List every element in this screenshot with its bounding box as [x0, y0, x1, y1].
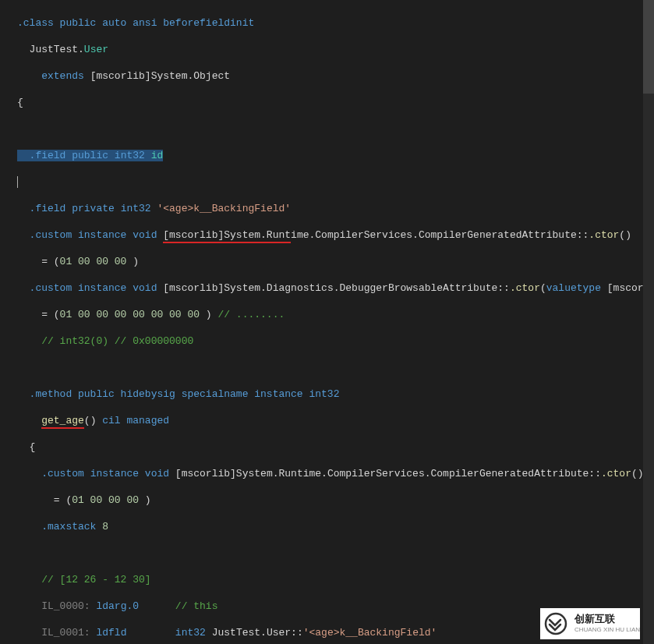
logo-text: 创新互联 CHUANG XIN HU LIAN — [571, 613, 640, 634]
code-line: // int32(0) // 0x00000000 — [17, 334, 654, 348]
code-line: .custom instance void [mscorlib]System.R… — [17, 228, 654, 242]
code-line: .class public auto ansi beforefieldinit — [17, 16, 654, 30]
code-line-selection: .field public int32 id — [17, 149, 654, 162]
code-line: { — [17, 441, 654, 454]
text-cursor — [17, 176, 18, 188]
code-editor[interactable]: .class public auto ansi beforefieldinit … — [0, 0, 654, 644]
code-line: = (01 00 00 00 00 00 00 00 ) // ........ — [17, 308, 654, 321]
code-line: JustTest.User — [17, 43, 654, 56]
code-line: .custom instance void [mscorlib]System.D… — [17, 281, 654, 295]
scrollbar-thumb[interactable] — [643, 0, 654, 94]
code-line: .maxstack 8 — [17, 520, 654, 533]
vertical-scrollbar[interactable] — [643, 0, 654, 644]
code-line: = (01 00 00 00 ) — [17, 255, 654, 268]
code-line: .custom instance void [mscorlib]System.R… — [17, 467, 654, 480]
code-line: extends [mscorlib]System.Object — [17, 69, 654, 83]
watermark-logo: 创新互联 CHUANG XIN HU LIAN — [540, 608, 640, 639]
code-line: .field private int32 '<age>k__BackingFie… — [17, 202, 654, 215]
code-line: = (01 00 00 00 ) — [17, 494, 654, 507]
code-line: get_age() cil managed — [17, 414, 654, 427]
code-line: { — [17, 96, 654, 109]
logo-icon — [540, 608, 571, 639]
code-line: .method public hidebysig specialname ins… — [17, 387, 654, 401]
code-line: // [12 26 - 12 30] — [17, 573, 654, 586]
